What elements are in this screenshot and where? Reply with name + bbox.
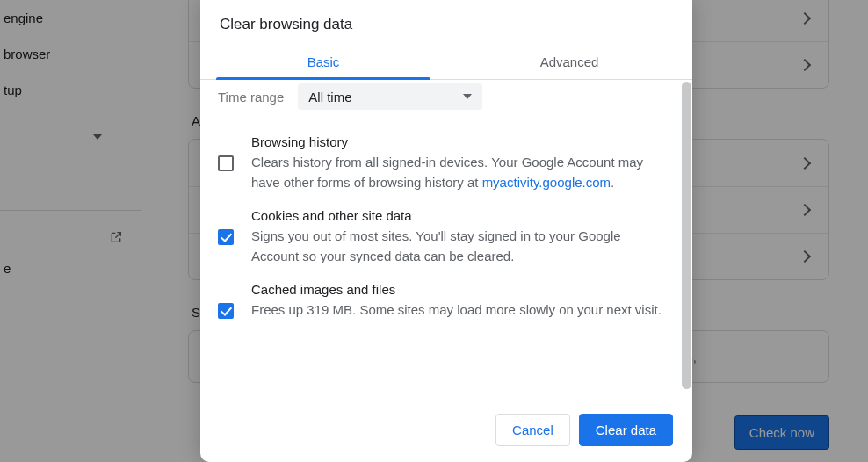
checkbox-browsing-history[interactable]	[218, 155, 234, 171]
scrollbar-thumb[interactable]	[682, 82, 691, 389]
dialog-body: Time range All time Browsing history Cle…	[200, 80, 692, 401]
checkbox-cache[interactable]	[218, 303, 234, 319]
dialog-title: Clear browsing data	[200, 0, 692, 46]
option-cookies: Cookies and other site data Signs you ou…	[218, 192, 675, 266]
dialog-tabs: Basic Advanced	[200, 46, 692, 80]
option-desc: Frees up 319 MB. Some sites may load mor…	[251, 300, 668, 321]
tab-basic[interactable]: Basic	[200, 46, 446, 79]
tab-advanced[interactable]: Advanced	[446, 46, 692, 79]
checkbox-wrap	[218, 282, 237, 321]
dialog-scroll-area: Time range All time Browsing history Cle…	[200, 80, 680, 401]
dialog-footer: Cancel Clear data	[200, 401, 692, 462]
time-range-label: Time range	[218, 90, 284, 105]
cancel-button[interactable]: Cancel	[495, 414, 570, 446]
time-range-row: Time range All time	[218, 80, 675, 119]
option-cache: Cached images and files Frees up 319 MB.…	[218, 266, 675, 321]
checkbox-cookies[interactable]	[218, 229, 234, 245]
option-title: Browsing history	[251, 134, 668, 149]
option-browsing-history: Browsing history Clears history from all…	[218, 119, 675, 192]
option-text: Cached images and files Frees up 319 MB.…	[251, 282, 668, 321]
chevron-down-icon	[463, 94, 472, 99]
time-range-value: All time	[308, 90, 351, 105]
option-text: Cookies and other site data Signs you ou…	[251, 208, 668, 266]
option-desc: Clears history from all signed-in device…	[251, 153, 668, 192]
myactivity-link[interactable]: myactivity.google.com	[482, 175, 611, 190]
checkbox-wrap	[218, 134, 237, 192]
time-range-select[interactable]: All time	[298, 83, 482, 110]
desc-text-after: .	[611, 175, 614, 190]
option-text: Browsing history Clears history from all…	[251, 134, 668, 192]
option-desc: Signs you out of most sites. You'll stay…	[251, 227, 668, 266]
checkbox-wrap	[218, 208, 237, 266]
clear-data-button[interactable]: Clear data	[579, 414, 673, 446]
clear-browsing-data-dialog: Clear browsing data Basic Advanced Time …	[200, 0, 692, 462]
option-title: Cookies and other site data	[251, 208, 668, 223]
option-title: Cached images and files	[251, 282, 668, 297]
